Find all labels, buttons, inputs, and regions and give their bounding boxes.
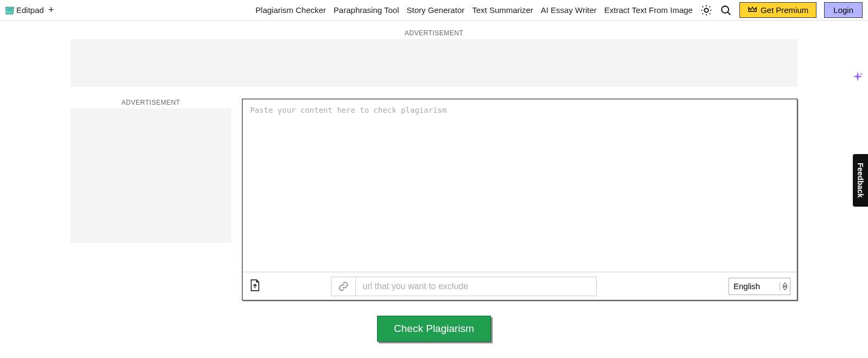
login-button[interactable]: Login — [824, 2, 863, 18]
theme-toggle-icon[interactable] — [700, 4, 712, 16]
sparkle-widget-icon[interactable] — [852, 71, 864, 85]
stepper-arrows-icon — [780, 282, 788, 291]
svg-line-8 — [703, 6, 703, 7]
editor-toolbar: English — [242, 272, 797, 300]
ad-placeholder-top — [71, 39, 797, 87]
notepad-icon — [5, 6, 15, 15]
check-plagiarism-button[interactable]: Check Plagiarism — [377, 316, 491, 342]
nav-text-summarizer[interactable]: Text Summarizer — [472, 5, 533, 15]
nav-ai-essay-writer[interactable]: AI Essay Writer — [541, 5, 597, 15]
get-premium-button[interactable]: Get Premium — [739, 2, 816, 18]
nav-extract-text[interactable]: Extract Text From Image — [604, 5, 693, 15]
new-document-button[interactable]: + — [48, 4, 54, 16]
nav-paraphrasing-tool[interactable]: Paraphrasing Tool — [334, 5, 399, 15]
svg-line-11 — [703, 13, 703, 14]
content-input[interactable] — [242, 99, 797, 272]
top-ad-section: ADVERTISEMENT — [0, 29, 868, 87]
brand-text: Editpad — [16, 5, 44, 15]
link-icon — [331, 277, 356, 296]
svg-line-13 — [728, 12, 731, 15]
nav-story-generator[interactable]: Story Generator — [407, 5, 465, 15]
brand-logo[interactable]: Editpad — [5, 5, 44, 15]
svg-rect-0 — [5, 7, 14, 14]
svg-line-9 — [710, 13, 710, 14]
premium-label: Get Premium — [761, 5, 808, 15]
exclude-url-box — [331, 277, 597, 296]
ad-placeholder-side — [71, 108, 231, 243]
crown-icon — [748, 5, 757, 15]
side-ad-section: ADVERTISEMENT — [71, 99, 231, 301]
language-value: English — [733, 282, 780, 291]
header-bar: Editpad + Plagiarism Checker Paraphrasin… — [0, 0, 868, 21]
editor-panel: English — [242, 99, 797, 301]
ad-label-top: ADVERTISEMENT — [0, 29, 868, 37]
language-selector[interactable]: English — [729, 278, 790, 295]
search-icon[interactable] — [720, 4, 732, 16]
main-nav: Plagiarism Checker Paraphrasing Tool Sto… — [256, 2, 863, 18]
ad-label-side: ADVERTISEMENT — [71, 99, 231, 106]
svg-point-12 — [722, 6, 729, 13]
upload-file-icon[interactable] — [249, 279, 261, 294]
feedback-tab[interactable]: Feedback — [853, 154, 868, 207]
svg-line-10 — [710, 6, 710, 7]
main-content: ADVERTISEMENT — [0, 99, 868, 301]
svg-point-3 — [704, 8, 708, 12]
exclude-url-input[interactable] — [356, 277, 596, 296]
nav-plagiarism-checker[interactable]: Plagiarism Checker — [256, 5, 326, 15]
